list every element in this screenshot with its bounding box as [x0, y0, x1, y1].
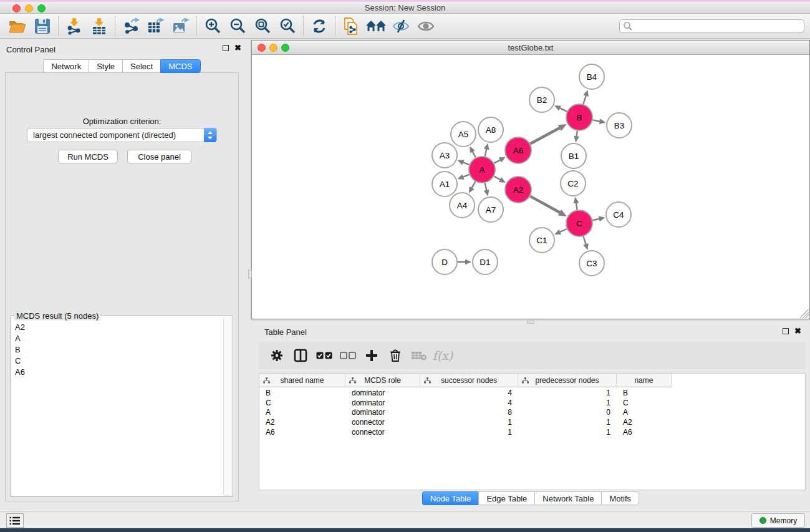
clone-network-button[interactable]	[339, 15, 364, 37]
show-columns-button[interactable]	[289, 344, 312, 367]
edge-C-C1[interactable]	[559, 229, 567, 233]
hide-graphics-button[interactable]	[388, 15, 413, 37]
refresh-button[interactable]	[307, 15, 332, 37]
close-panel-icon[interactable]: ✖	[794, 328, 801, 334]
table-cell[interactable]: A2	[617, 417, 672, 427]
edge-A-A7[interactable]	[485, 183, 487, 191]
result-item[interactable]: A	[12, 332, 223, 344]
home-layout-button[interactable]	[364, 15, 388, 37]
tab-node-table[interactable]: Node Table	[422, 491, 479, 505]
column-header-name[interactable]: name	[617, 374, 672, 387]
column-header-MCDS-role[interactable]: MCDS role	[345, 374, 420, 387]
result-item[interactable]: A6	[12, 366, 223, 377]
table-cell[interactable]: A2	[259, 417, 345, 427]
tab-network-table[interactable]: Network Table	[534, 491, 601, 505]
table-cell[interactable]: 1	[420, 417, 518, 427]
memory-button[interactable]: Memory	[751, 513, 805, 528]
table-cell[interactable]: C	[617, 398, 672, 408]
tab-select[interactable]: Select	[122, 59, 160, 73]
table-cell[interactable]: 4	[420, 388, 518, 398]
create-column-button[interactable]	[360, 344, 383, 367]
run-mcds-button[interactable]: Run MCDS	[58, 150, 118, 163]
table-cell[interactable]: connector	[345, 427, 420, 437]
export-image-button[interactable]	[168, 15, 193, 37]
column-header-shared-name[interactable]: shared name	[259, 374, 345, 387]
table-cell[interactable]: 1	[518, 427, 617, 437]
table-cell[interactable]: A	[617, 407, 672, 417]
table-cell[interactable]: 1	[518, 388, 617, 398]
save-session-button[interactable]	[30, 15, 55, 37]
delete-column-button[interactable]	[383, 344, 407, 367]
deselect-all-rows-button[interactable]	[336, 344, 360, 367]
edge-A2-C[interactable]	[530, 196, 561, 213]
close-panel-button[interactable]: Close panel	[127, 150, 191, 163]
edge-A-A4[interactable]	[471, 181, 476, 189]
table-cell[interactable]: A6	[259, 427, 345, 437]
zoom-selected-button[interactable]	[275, 15, 300, 37]
table-row[interactable]: Cdominator41C	[259, 398, 672, 408]
tab-network[interactable]: Network	[43, 59, 89, 73]
tab-motifs[interactable]: Motifs	[601, 491, 639, 505]
table-cell[interactable]: 1	[518, 398, 617, 408]
search-input[interactable]	[619, 19, 804, 33]
network-window-titlebar[interactable]: testGlobe.txt	[252, 41, 809, 55]
network-graph[interactable]: B4B2BB3A5A8A6A3B1AA1C2A2A4A7CC4C1C3DD1	[253, 56, 810, 319]
splitter-handle[interactable]	[527, 321, 534, 324]
import-table-button[interactable]	[87, 15, 112, 37]
node-label: A5	[458, 130, 469, 139]
column-header-successor-nodes[interactable]: successor nodes	[420, 374, 518, 387]
edge-A6-B[interactable]	[530, 127, 561, 143]
task-history-button[interactable]	[6, 513, 24, 528]
table-settings-button[interactable]	[265, 344, 289, 367]
tab-edge-table[interactable]: Edge Table	[478, 491, 534, 505]
splitter-handle[interactable]	[248, 270, 252, 278]
float-panel-icon[interactable]	[783, 328, 789, 334]
edge-arrow-icon	[599, 216, 605, 222]
export-network-button[interactable]	[118, 15, 143, 37]
table-row[interactable]: Bdominator41B	[259, 388, 672, 398]
result-scrollbar[interactable]	[223, 317, 232, 496]
table-cell[interactable]: A6	[617, 427, 672, 437]
column-header-predecessor-nodes[interactable]: predecessor nodes	[518, 374, 617, 387]
result-item[interactable]: B	[12, 344, 223, 355]
table-cell[interactable]: dominator	[345, 398, 420, 408]
result-item[interactable]: A2	[12, 321, 223, 332]
table-cell[interactable]: A	[259, 407, 345, 417]
table-cell[interactable]: 8	[420, 407, 518, 417]
double-home-icon	[365, 19, 387, 34]
edge-A-A8[interactable]	[485, 148, 487, 156]
tab-mcds[interactable]: MCDS	[160, 59, 200, 73]
close-panel-icon[interactable]: ✖	[234, 45, 241, 51]
optimization-criterion-dropdown[interactable]: largest connected component (directed)	[27, 128, 217, 142]
edge-B-B4[interactable]	[583, 95, 586, 104]
table-cell[interactable]: 1	[420, 427, 518, 437]
table-cell[interactable]: B	[259, 388, 345, 398]
result-item[interactable]: C	[12, 355, 223, 366]
table-cell[interactable]: 0	[518, 407, 617, 417]
select-all-rows-button[interactable]	[312, 344, 336, 367]
table-cell[interactable]: 4	[420, 398, 518, 408]
network-canvas[interactable]: B4B2BB3A5A8A6A3B1AA1C2A2A4A7CC4C1C3DD1	[253, 56, 809, 318]
zoom-in-button[interactable]	[200, 15, 225, 37]
table-cell[interactable]: 1	[518, 417, 617, 427]
mcds-result-list[interactable]: A2ABCA6	[12, 321, 223, 495]
tab-style[interactable]: Style	[89, 59, 122, 73]
edge-C-C3[interactable]	[584, 236, 586, 245]
resize-grip-icon[interactable]	[800, 309, 809, 318]
table-row[interactable]: A2connector11A2	[259, 417, 672, 427]
table-cell[interactable]: C	[259, 398, 345, 408]
zoom-out-button[interactable]	[225, 15, 250, 37]
edge-B-B2[interactable]	[559, 108, 567, 112]
export-table-button[interactable]	[143, 15, 168, 37]
table-cell[interactable]: dominator	[345, 388, 420, 398]
float-panel-icon[interactable]	[223, 45, 229, 51]
table-row[interactable]: Adominator80A	[259, 407, 672, 417]
table-cell[interactable]: dominator	[345, 407, 420, 417]
zoom-fit-button[interactable]	[250, 15, 275, 37]
show-graphics-button[interactable]	[413, 15, 438, 37]
table-row[interactable]: A6connector11A6	[259, 427, 672, 437]
open-session-button[interactable]	[5, 15, 30, 37]
table-cell[interactable]: connector	[345, 417, 420, 427]
import-network-button[interactable]	[62, 15, 87, 37]
table-cell[interactable]: B	[617, 388, 672, 398]
